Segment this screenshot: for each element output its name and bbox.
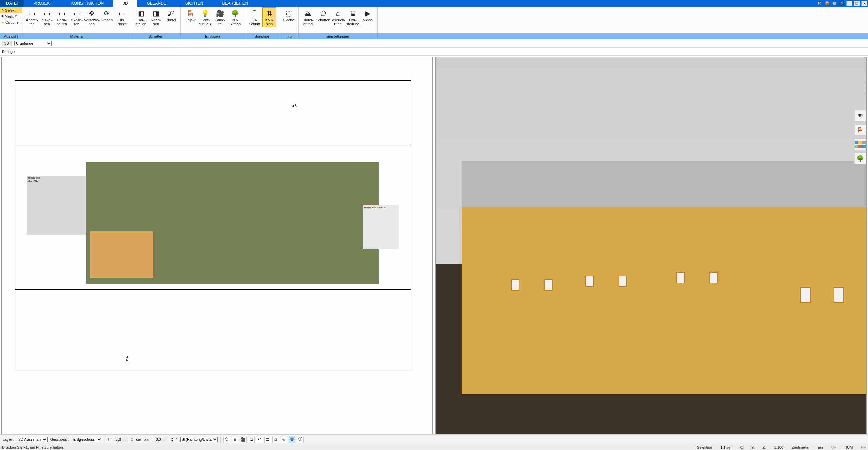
screen-icon[interactable]: 🖥 — [831, 0, 837, 6]
chevron-down-icon: ▾ — [15, 14, 17, 18]
verschieben-label: Verschie- ben — [84, 18, 100, 26]
bottom-tool-5[interactable]: ≣ — [264, 436, 271, 443]
view-tag-3d: 3D — [2, 41, 12, 46]
menu-tab-konstruktion[interactable]: KONSTRUKTION — [62, 0, 113, 7]
ribbon: ↖Selekt ✶Mark.▾ ＋Optionen ▭Abgrei- fen▭Z… — [0, 7, 868, 33]
geschoss-select[interactable]: Erdgeschoss — [72, 437, 102, 442]
ribbon-group-material: ▭Abgrei- fen▭Zuwei- sen▭Bear- beiten▭Ska… — [22, 7, 131, 33]
furniture-tool-icon[interactable]: 🪑 — [854, 124, 866, 136]
ribbon-rechnen-button[interactable]: ◨Rech- nen — [149, 7, 163, 27]
3d-render-pane[interactable] — [435, 57, 867, 440]
kamera-icon: 🎥 — [215, 8, 225, 18]
ribbon-group-einstellungen: ⛰Hinter- grund⬠Schatten⌂Beleuch- tung🖥Da… — [299, 7, 378, 33]
ribbon-skalieren-button[interactable]: ▭Skalie- ren — [70, 7, 84, 27]
dl-select[interactable]: dl (Richtung/Distanz) — [180, 437, 218, 442]
phi-stepper-up[interactable]: ▲ — [171, 437, 173, 439]
window-close[interactable]: ✕ — [861, 1, 867, 6]
group-label-auswahl: Auswahl — [0, 33, 22, 39]
status-x: X: — [740, 445, 743, 449]
3d-render — [436, 57, 866, 440]
status-uf: UF — [831, 445, 836, 449]
ribbon-zuweisen-button[interactable]: ▭Zuwei- sen — [40, 7, 54, 27]
window-restore[interactable]: ❐ — [854, 1, 860, 6]
bottom-tool-6[interactable]: ⧉ — [272, 436, 279, 443]
menu-tab-datei[interactable]: DATEI — [0, 0, 24, 7]
rechnen-icon: ◨ — [151, 8, 161, 18]
phi-stepper-down[interactable]: ▼ — [171, 439, 173, 442]
palette-tool-icon[interactable] — [854, 138, 866, 150]
ribbon-3d-bitmap-button[interactable]: 🌳3D- Bitmap — [228, 7, 242, 27]
menu-tab-3d[interactable]: 3D — [113, 0, 137, 7]
pinsel-icon: 🖌 — [166, 8, 176, 18]
ribbon-pinsel-button[interactable]: 🖌Pinsel — [164, 7, 178, 23]
beleuchtung-icon: ⌂ — [333, 8, 343, 18]
menu-tab-gelaende[interactable]: GELÄNDE — [137, 0, 176, 7]
selekt-button[interactable]: ↖Selekt — [0, 7, 22, 13]
menu-tab-projekt[interactable]: PROJEKT — [24, 0, 61, 7]
bottom-tool-9[interactable]: ⓘ — [297, 436, 304, 443]
status-rf: RF — [861, 445, 866, 449]
menu-bar: DATEI PROJEKT KONSTRUKTION 3D GELÄNDE SI… — [0, 0, 868, 7]
ribbon-hintergrund-button[interactable]: ⛰Hinter- grund — [301, 7, 315, 27]
menu-tab-sichten[interactable]: SICHTEN — [176, 0, 213, 7]
help-icon[interactable]: ? — [839, 0, 845, 6]
bottom-tool-8[interactable]: ⓝ — [289, 436, 295, 443]
status-sel-ratio: 1:1 sel — [720, 445, 731, 449]
mark-label: Mark. — [5, 14, 14, 18]
ribbon-verschieben-button[interactable]: ✥Verschie- ben — [85, 7, 99, 27]
terrain-select[interactable]: Urgelände — [14, 41, 52, 46]
ribbon-schatten2-button[interactable]: ⬠Schatten — [316, 7, 330, 23]
ribbon-kamera-button[interactable]: 🎥Kame- ra — [213, 7, 227, 27]
status-z: Z: — [763, 445, 766, 449]
menu-tab-bearbeiten[interactable]: BEARBEITEN — [213, 0, 258, 7]
ribbon-side-panel: ↖Selekt ✶Mark.▾ ＋Optionen — [0, 7, 22, 33]
ribbon-hin-pinsel-button[interactable]: ▭Hin. Pinsel — [114, 7, 129, 27]
bottom-tool-0[interactable]: ⏱ — [223, 436, 230, 443]
mark-button[interactable]: ✶Mark.▾ — [0, 13, 22, 19]
bottom-tool-3[interactable]: 🗂 — [248, 436, 255, 443]
length-stepper-down[interactable]: ▼ — [131, 439, 133, 442]
floorplan-drawing: TERRASSE BESTAND TERRASSE NEU ▲A ◀B — [15, 80, 411, 371]
bottom-tool-4[interactable]: ↶ — [256, 436, 263, 443]
ribbon-beleuchtung-button[interactable]: ⌂Beleuch- tung — [331, 7, 345, 27]
ribbon-video-button[interactable]: ▶Video — [361, 7, 375, 23]
tools-icon[interactable]: 🛠 — [816, 0, 822, 6]
drehen-icon: ⟳ — [102, 8, 111, 18]
render-building — [462, 203, 867, 394]
ribbon-3d-schnitt-button[interactable]: ⌒3D- Schnitt — [247, 7, 261, 27]
tree-tool-icon[interactable]: 🌳 — [854, 153, 866, 164]
package-icon[interactable]: 📦 — [824, 0, 830, 6]
layer-label: Layer : — [3, 437, 14, 442]
ribbon-darstellung-button[interactable]: 🖥Dar- stellung — [346, 7, 360, 27]
ribbon-bearbeiten-button[interactable]: ▭Bear- beiten — [55, 7, 69, 27]
schatten2-label: Schatten — [315, 18, 330, 22]
status-ein: Ein — [818, 445, 823, 449]
bottom-tool-2[interactable]: 🎥 — [240, 436, 247, 443]
bottom-tool-1[interactable]: ⊞ — [232, 436, 238, 443]
verschieben-icon: ✥ — [87, 8, 96, 18]
status-y: Y: — [751, 445, 755, 449]
beleuchtung-label: Beleuch- tung — [330, 18, 345, 26]
window-minimize[interactable]: – — [846, 1, 852, 6]
floorplan-pane[interactable]: TERRASSE BESTAND TERRASSE NEU ▲A ◀B — [1, 57, 433, 440]
length-input[interactable] — [115, 437, 128, 442]
layer-select[interactable]: 2D Aussenanlagen — [17, 437, 48, 442]
ribbon-objekt-button[interactable]: 🪑Objekt — [183, 7, 197, 23]
rechnen-label: Rech- nen — [151, 18, 161, 26]
ribbon-flaeche-button[interactable]: ⬚Fläche — [282, 7, 296, 23]
abgreifen-icon: ▭ — [27, 8, 37, 18]
floorplan-wood-area — [90, 231, 153, 278]
ribbon-lichtquelle-button[interactable]: 💡Licht- quelle ▾ — [198, 7, 212, 27]
optionen-button[interactable]: ＋Optionen — [0, 19, 22, 25]
group-label-einstellungen: Einstellungen — [299, 33, 378, 39]
ribbon-abgreifen-button[interactable]: ▭Abgrei- fen — [25, 7, 39, 27]
3d-bitmap-icon: 🌳 — [230, 8, 240, 18]
layers-tool-icon[interactable]: ≋ — [854, 110, 866, 121]
phi-input[interactable] — [155, 437, 168, 442]
ribbon-darstellen-button[interactable]: ◧Dar- stellen — [134, 7, 148, 27]
length-stepper-up[interactable]: ▲ — [131, 437, 133, 439]
ribbon-drehen-button[interactable]: ⟳Drehen — [100, 7, 114, 23]
3d-schnitt-label: 3D- Schnitt — [249, 18, 260, 26]
bottom-tool-7[interactable]: ⦾ — [281, 436, 287, 443]
ribbon-kollision-button[interactable]: ⇅Kolli- sion — [262, 7, 276, 27]
